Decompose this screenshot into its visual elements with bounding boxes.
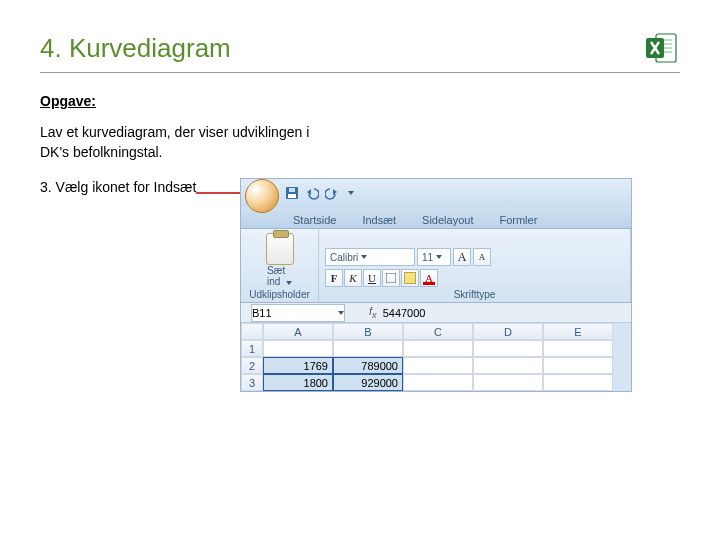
paste-label: Sætind	[267, 265, 292, 287]
grow-font-button[interactable]: A	[453, 248, 471, 266]
cell[interactable]	[543, 340, 613, 357]
undo-icon[interactable]	[305, 186, 319, 200]
qat-dropdown-icon[interactable]	[348, 191, 354, 195]
bold-button[interactable]: F	[325, 269, 343, 287]
svg-rect-13	[386, 273, 396, 283]
excel-logo-icon	[644, 30, 680, 66]
col-header[interactable]: E	[543, 323, 613, 340]
task-description: Lav et kurvediagram, der viser udvikling…	[40, 123, 340, 162]
shrink-font-button[interactable]: A	[473, 248, 491, 266]
row-header[interactable]: 3	[241, 374, 263, 391]
cell[interactable]: 1800	[263, 374, 333, 391]
spreadsheet-grid: A B C D E 1 2 1769 789000 3 1800 9290	[241, 323, 631, 391]
fx-icon[interactable]: fx	[369, 305, 377, 320]
font-group-label: Skrifttype	[454, 289, 496, 300]
cell[interactable]	[473, 357, 543, 374]
font-size-select[interactable]: 11	[417, 248, 451, 266]
cell[interactable]	[403, 340, 473, 357]
svg-rect-10	[289, 188, 295, 192]
chevron-down-icon[interactable]	[286, 281, 292, 285]
cell[interactable]	[403, 374, 473, 391]
svg-rect-9	[288, 194, 296, 198]
select-all-corner[interactable]	[241, 323, 263, 340]
save-icon[interactable]	[285, 186, 299, 200]
cell[interactable]	[263, 340, 333, 357]
step-instruction: 3. Vælg ikonet for Indsæt	[40, 178, 210, 196]
row-header[interactable]: 2	[241, 357, 263, 374]
cell[interactable]	[473, 374, 543, 391]
redo-icon[interactable]	[325, 186, 339, 200]
underline-button[interactable]: U	[363, 269, 381, 287]
cell[interactable]	[543, 357, 613, 374]
slide-title: 4. Kurvediagram	[40, 33, 231, 64]
office-button[interactable]	[245, 179, 279, 213]
tab-pagelayout[interactable]: Sidelayout	[418, 212, 477, 228]
col-header[interactable]: B	[333, 323, 403, 340]
name-box[interactable]: B11	[251, 304, 345, 322]
border-button[interactable]	[382, 269, 400, 287]
cell[interactable]	[473, 340, 543, 357]
fill-color-button[interactable]	[401, 269, 419, 287]
cell[interactable]: 1769	[263, 357, 333, 374]
tab-formulas[interactable]: Formler	[495, 212, 541, 228]
tab-home[interactable]: Startside	[289, 212, 340, 228]
excel-screenshot: Startside Indsæt Sidelayout Formler Sæti…	[240, 178, 632, 392]
paste-button[interactable]	[266, 233, 294, 265]
font-name-select[interactable]: Calibri	[325, 248, 415, 266]
cell[interactable]: 789000	[333, 357, 403, 374]
cell[interactable]: 929000	[333, 374, 403, 391]
cell[interactable]	[403, 357, 473, 374]
clipboard-group-label: Udklipsholder	[249, 289, 310, 300]
row-header[interactable]: 1	[241, 340, 263, 357]
task-heading: Opgave:	[40, 93, 680, 109]
formula-bar[interactable]: 5447000	[383, 307, 426, 319]
tab-insert[interactable]: Indsæt	[358, 212, 400, 228]
cell[interactable]	[543, 374, 613, 391]
col-header[interactable]: D	[473, 323, 543, 340]
font-color-button[interactable]: A	[420, 269, 438, 287]
col-header[interactable]: A	[263, 323, 333, 340]
italic-button[interactable]: K	[344, 269, 362, 287]
col-header[interactable]: C	[403, 323, 473, 340]
cell[interactable]	[333, 340, 403, 357]
